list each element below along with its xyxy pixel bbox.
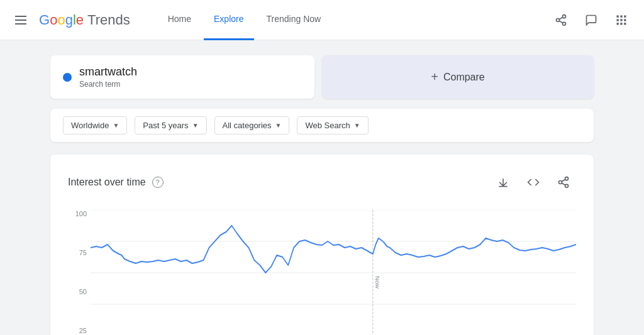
chevron-down-icon: ▼ <box>275 122 282 129</box>
main-content: smartwatch Search term + Compare Worldwi… <box>0 40 644 335</box>
filter-search-type[interactable]: Web Search ▼ <box>297 116 368 135</box>
header: Google Trends Home Explore Trending Now <box>0 0 644 40</box>
share-button[interactable] <box>548 8 574 33</box>
filter-row: Worldwide ▼ Past 5 years ▼ All categorie… <box>50 109 594 142</box>
chart-container: 100 75 50 25 Now <box>68 210 576 335</box>
search-dot <box>63 73 72 82</box>
search-term-label: smartwatch <box>79 65 137 79</box>
embed-button[interactable] <box>521 170 546 195</box>
download-button[interactable] <box>491 170 516 195</box>
chart-svg: Now <box>91 210 576 335</box>
svg-point-1 <box>557 18 560 21</box>
chart-title: Interest over time <box>68 177 146 188</box>
compare-box[interactable]: + Compare <box>322 55 594 99</box>
search-term-info: smartwatch Search term <box>79 65 137 89</box>
svg-point-0 <box>563 14 566 18</box>
filter-time[interactable]: Past 5 years ▼ <box>135 116 206 135</box>
search-term-type: Search term <box>79 80 137 89</box>
y-axis: 100 75 50 25 <box>68 210 91 335</box>
feedback-button[interactable] <box>579 8 604 33</box>
filter-region[interactable]: Worldwide ▼ <box>63 116 127 135</box>
nav-home[interactable]: Home <box>158 0 201 40</box>
menu-button[interactable] <box>10 11 31 30</box>
logo-trends: Trends <box>87 12 130 28</box>
chevron-down-icon: ▼ <box>354 122 360 129</box>
svg-point-2 <box>563 22 566 25</box>
svg-rect-13 <box>624 23 626 25</box>
svg-rect-6 <box>620 15 622 17</box>
header-left: Google Trends Home Explore Trending Now <box>10 0 331 40</box>
compare-label: Compare <box>443 72 485 83</box>
svg-rect-8 <box>617 19 619 21</box>
header-right <box>548 8 634 33</box>
nav-trending-now[interactable]: Trending Now <box>257 0 331 40</box>
chart-card: Interest over time ? <box>50 155 594 335</box>
chart-share-button[interactable] <box>551 170 576 195</box>
svg-line-18 <box>562 183 565 185</box>
svg-rect-7 <box>624 15 626 17</box>
nav-explore[interactable]: Explore <box>204 0 253 40</box>
help-icon[interactable]: ? <box>152 177 164 188</box>
svg-rect-12 <box>620 23 622 25</box>
logo: Google Trends <box>39 12 130 28</box>
chevron-down-icon: ▼ <box>113 122 119 129</box>
svg-line-19 <box>562 179 565 181</box>
svg-rect-9 <box>620 19 622 21</box>
y-label-100: 100 <box>68 210 91 217</box>
search-compare-row: smartwatch Search term + Compare <box>50 55 594 99</box>
svg-line-3 <box>559 21 563 23</box>
chevron-down-icon: ▼ <box>192 122 199 129</box>
svg-text:Now: Now <box>374 276 380 288</box>
main-nav: Home Explore Trending Now <box>158 0 331 40</box>
chart-plot-area: Now Dec 9, 2018 Jun 7, 2020 Dec 5, 2021 … <box>91 210 576 335</box>
chart-actions <box>491 170 576 195</box>
y-label-25: 25 <box>68 327 91 334</box>
apps-button[interactable] <box>609 8 634 33</box>
svg-rect-11 <box>617 23 619 25</box>
chart-header: Interest over time ? <box>68 170 576 195</box>
svg-rect-5 <box>617 15 619 17</box>
search-box: smartwatch Search term <box>50 55 314 99</box>
compare-plus-icon: + <box>431 70 438 84</box>
logo-google: Google <box>39 12 84 28</box>
filter-category[interactable]: All categories ▼ <box>214 116 290 135</box>
svg-point-16 <box>559 181 562 184</box>
svg-point-15 <box>565 177 569 180</box>
y-label-75: 75 <box>68 249 91 256</box>
svg-line-4 <box>559 17 563 19</box>
chart-title-row: Interest over time ? <box>68 177 164 188</box>
y-label-50: 50 <box>68 288 91 295</box>
svg-point-17 <box>565 184 569 187</box>
svg-rect-10 <box>624 19 626 21</box>
